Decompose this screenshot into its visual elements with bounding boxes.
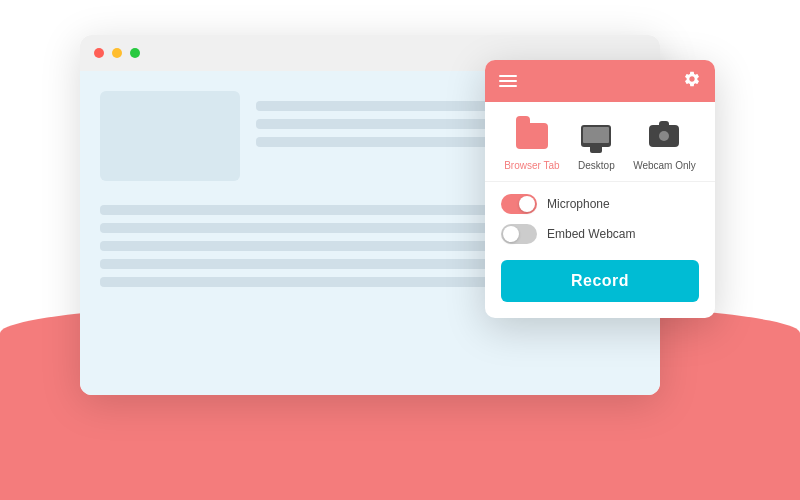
embed-webcam-label: Embed Webcam — [547, 227, 635, 241]
microphone-toggle[interactable] — [501, 194, 537, 214]
traffic-light-yellow — [112, 48, 122, 58]
microphone-toggle-row: Microphone — [501, 194, 699, 214]
popup-panel: Browser Tab Desktop Webcam Only — [485, 60, 715, 318]
gear-icon[interactable] — [683, 70, 701, 92]
content-image — [100, 91, 240, 181]
record-button[interactable]: Record — [501, 260, 699, 302]
content-line — [100, 259, 532, 269]
embed-webcam-toggle-row: Embed Webcam — [501, 224, 699, 244]
embed-webcam-toggle[interactable] — [501, 224, 537, 244]
mode-desktop-label: Desktop — [578, 160, 615, 171]
popup-header — [485, 60, 715, 102]
mode-browser-tab[interactable]: Browser Tab — [504, 118, 559, 171]
browser-tab-icon — [514, 118, 550, 154]
toggle-knob — [519, 196, 535, 212]
mode-webcam-only[interactable]: Webcam Only — [633, 118, 696, 171]
toggles-section: Microphone Embed Webcam — [485, 182, 715, 256]
mode-desktop[interactable]: Desktop — [578, 118, 615, 171]
mode-webcam-only-label: Webcam Only — [633, 160, 696, 171]
hamburger-icon[interactable] — [499, 75, 517, 87]
traffic-light-green — [130, 48, 140, 58]
mode-browser-tab-label: Browser Tab — [504, 160, 559, 171]
desktop-icon — [578, 118, 614, 154]
mode-selector: Browser Tab Desktop Webcam Only — [485, 102, 715, 182]
traffic-light-red — [94, 48, 104, 58]
microphone-label: Microphone — [547, 197, 610, 211]
toggle-knob — [503, 226, 519, 242]
webcam-only-icon — [646, 118, 682, 154]
